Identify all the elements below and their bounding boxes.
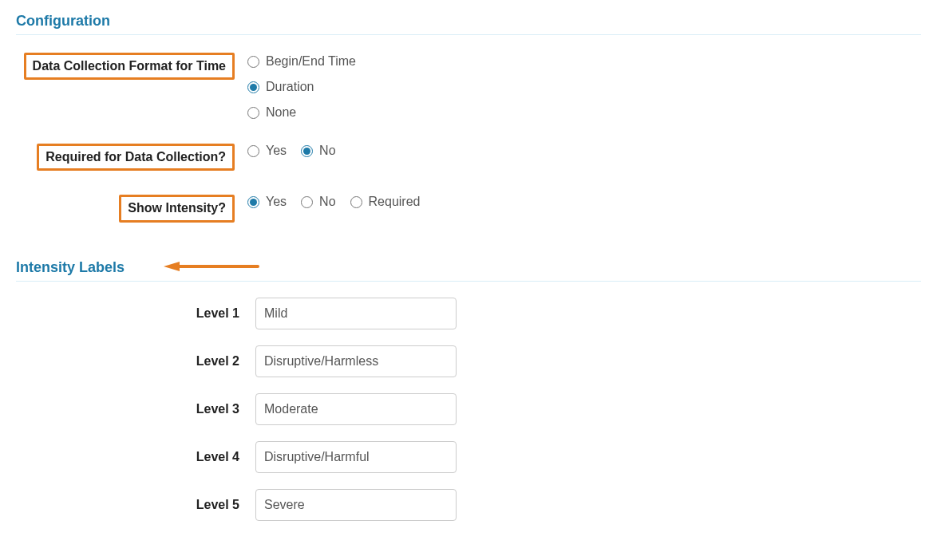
required-radio-no[interactable]: [301, 145, 313, 157]
format-option-begin-end-label: Begin/End Time: [266, 54, 356, 69]
level-row: Level 5: [16, 489, 921, 521]
level-row: Level 4: [16, 441, 921, 473]
level-row: Level 2: [16, 345, 921, 377]
show-intensity-option-yes[interactable]: Yes: [247, 195, 287, 209]
level-input[interactable]: [255, 298, 457, 329]
configuration-title: Configuration: [16, 8, 921, 35]
format-radio-duration[interactable]: [247, 81, 259, 93]
format-option-none-label: None: [266, 105, 296, 120]
level-label: Level 1: [196, 306, 239, 321]
required-label: Required for Data Collection?: [37, 144, 235, 171]
level-label: Level 5: [196, 498, 239, 512]
show-intensity-option-required[interactable]: Required: [350, 195, 421, 209]
level-input[interactable]: [255, 489, 457, 521]
required-option-yes[interactable]: Yes: [247, 144, 287, 158]
format-radio-begin-end[interactable]: [247, 56, 259, 68]
format-option-begin-end[interactable]: Begin/End Time: [247, 54, 921, 69]
format-label: Data Collection Format for Time: [24, 53, 235, 80]
show-intensity-option-yes-label: Yes: [266, 195, 287, 209]
required-radio-yes[interactable]: [247, 145, 259, 157]
show-intensity-option-required-label: Required: [369, 195, 421, 209]
level-input[interactable]: [255, 345, 457, 377]
format-option-none[interactable]: None: [247, 105, 921, 120]
level-label: Level 3: [196, 402, 239, 416]
format-option-duration-label: Duration: [266, 80, 314, 94]
show-intensity-option-no-label: No: [319, 195, 335, 209]
level-row: Level 3: [16, 393, 921, 425]
required-option-yes-label: Yes: [266, 144, 287, 158]
format-radio-none[interactable]: [247, 107, 259, 119]
required-option-no[interactable]: No: [301, 144, 335, 158]
show-intensity-option-no[interactable]: No: [301, 195, 335, 209]
show-intensity-radio-no[interactable]: [301, 196, 313, 208]
required-option-no-label: No: [319, 144, 335, 158]
level-label: Level 4: [196, 450, 239, 464]
format-option-duration[interactable]: Duration: [247, 80, 921, 94]
show-intensity-label: Show Intensity?: [119, 195, 235, 222]
level-label: Level 2: [196, 354, 239, 369]
show-intensity-radio-required[interactable]: [350, 196, 362, 208]
level-input[interactable]: [255, 393, 457, 425]
show-intensity-radio-yes[interactable]: [247, 196, 259, 208]
intensity-title: Intensity Labels: [16, 254, 921, 282]
level-input[interactable]: [255, 441, 457, 473]
level-row: Level 1: [16, 298, 921, 329]
